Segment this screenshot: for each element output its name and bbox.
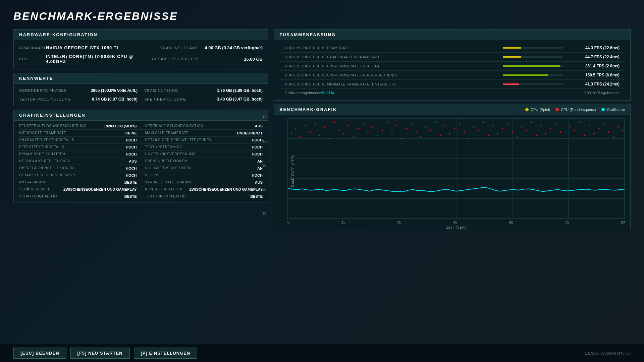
f5-button[interactable]: [F5] NEU STARTEN xyxy=(70,348,130,359)
svg-point-52 xyxy=(483,121,484,123)
rendered-frames-label: GERENDERTE FRAMES xyxy=(19,88,67,93)
svg-point-26 xyxy=(358,128,359,129)
svg-point-58 xyxy=(512,131,513,133)
svg-point-31 xyxy=(382,130,383,131)
svg-point-17 xyxy=(314,123,316,124)
zf-row-3: DURCHSCHNITTLICHE CPU-FRAMERATE (RENDERS… xyxy=(279,71,625,80)
esc-button[interactable]: [ESC] BEENDEN xyxy=(13,348,66,359)
legend-grafikkarte: Grafikkarte xyxy=(601,108,625,112)
svg-point-62 xyxy=(531,121,532,123)
svg-point-73 xyxy=(584,135,585,136)
chart-section: BENCHMARK-GRAFIK CPU (Spiel) CPU (Render… xyxy=(274,104,631,229)
svg-point-32 xyxy=(387,121,388,123)
svg-point-68 xyxy=(560,131,561,133)
svg-point-72 xyxy=(579,121,580,123)
svg-point-54 xyxy=(492,125,494,126)
memory-usage-label: SPEICHERNUTZUNG xyxy=(144,97,186,101)
svg-point-75 xyxy=(593,133,595,134)
svg-point-35 xyxy=(401,138,402,139)
chart-y-label: FRAMERATE (FPS) xyxy=(291,155,295,190)
cpu-row: CPU INTEL(R) CORE(TM) I7-8086K CPU @ 4.0… xyxy=(19,52,263,66)
memory-usage-item: SPEICHERNUTZUNG 3.43 GB (3.47 GB, hoch) xyxy=(144,96,263,103)
svg-point-13 xyxy=(295,128,297,129)
svg-point-57 xyxy=(507,123,508,124)
hardware-section-title: HARDWARE-KONFIGURATION xyxy=(14,29,268,40)
rendered-frames-value: 3955 (100.0% Volle Aufl.) xyxy=(91,88,138,93)
texture-pool-value: 0.74 GB (0.87 GB, hoch) xyxy=(92,97,138,102)
version-info: 1.0.93.0 (8776644) [445.87] xyxy=(585,351,631,355)
chart-title: BENCHMARK-GRAFIK xyxy=(279,107,337,112)
chart-legend: CPU (Spiel) CPU (Rendersquenz) Grafikkar… xyxy=(525,108,625,112)
svg-point-42 xyxy=(435,121,436,123)
grafik-row-1: NIEDRIGSTE FRAMERATEKEINEMAXIMALE FRAMER… xyxy=(19,130,263,137)
grafik-row-2: CHARAKTER-TEXTURDETAILSHOCHDETAILS DER S… xyxy=(19,137,263,144)
svg-point-76 xyxy=(598,128,600,129)
grafik-section: GRAFIKEINSTELLUNGEN FENSTERAUFLÖSUNGSSKA… xyxy=(13,110,268,202)
zf-row-2: DURCHSCHNITTLICHE CPU-FRAMERATE (SPIELER… xyxy=(279,62,625,71)
svg-point-16 xyxy=(310,131,311,133)
vram-usage-item: VRAM-NUTZUNG 1.76 GB (1.89 GB, hoch) xyxy=(144,87,263,94)
svg-point-79 xyxy=(613,136,614,138)
grafik-row-3: EFFEKTTEXTURDETAILSHOCHTEXTURSTREAMINGHO… xyxy=(19,144,263,151)
svg-point-63 xyxy=(536,135,537,136)
svg-point-27 xyxy=(363,123,364,124)
zf-row-1: DURCHSCHNITTLICHE GRAFIKKARTEN-FRAMERATE… xyxy=(279,53,625,62)
kennwerte-title: KENNWERTE xyxy=(14,73,268,84)
svg-point-12 xyxy=(291,133,292,134)
right-panel: ZUSAMMENFASSUNG DURCHSCHNITTLICHE FRAMER… xyxy=(274,29,631,229)
zusammenfassung-section: ZUSAMMENFASSUNG DURCHSCHNITTLICHE FRAMER… xyxy=(274,29,631,101)
svg-point-66 xyxy=(550,128,551,129)
svg-point-74 xyxy=(589,125,590,126)
svg-point-39 xyxy=(420,136,422,138)
svg-point-59 xyxy=(517,136,518,138)
gpu-row: GRAFIKKARTE NVIDIA GEFORCE GTX 1050 TI V… xyxy=(19,44,263,52)
svg-point-65 xyxy=(545,133,547,134)
svg-point-19 xyxy=(324,126,325,128)
svg-point-81 xyxy=(622,130,624,131)
texture-pool-label: TEXTUR-POOL-NUTZUNG xyxy=(19,97,71,101)
chart-x-label: ZEIT (SEK) xyxy=(287,226,625,229)
svg-point-55 xyxy=(497,133,498,134)
svg-point-46 xyxy=(454,128,455,129)
texture-pool-item: TEXTUR-POOL-NUTZUNG 0.74 GB (0.87 GB, ho… xyxy=(19,96,138,103)
svg-point-48 xyxy=(464,131,465,133)
svg-point-34 xyxy=(396,125,397,126)
svg-point-22 xyxy=(338,130,340,131)
svg-point-53 xyxy=(488,135,489,136)
p-button[interactable]: [P] EINSTELLUNGEN xyxy=(134,348,198,359)
legend-cpu-render: CPU (Rendersquenz) xyxy=(555,108,596,112)
svg-point-30 xyxy=(377,135,378,136)
vram-usage-value: 1.76 GB (1.89 GB, hoch) xyxy=(217,88,263,93)
svg-point-20 xyxy=(329,138,330,139)
svg-point-56 xyxy=(502,128,503,129)
grafik-row-4: DYNAMISCHE SCHATTENHOCHUMGEBUNGSVERDECKU… xyxy=(19,151,263,158)
gpu-label: GRAFIKKARTE xyxy=(19,46,46,50)
svg-point-69 xyxy=(565,138,566,139)
svg-point-40 xyxy=(425,126,426,128)
svg-point-77 xyxy=(603,123,604,124)
svg-point-38 xyxy=(416,131,417,133)
grafik-row-7: DETAILSTUFE DER SPIELWELTHOCHBLOOMHOCH xyxy=(19,172,263,179)
page-title: BENCHMARK-ERGEBNISSE xyxy=(13,10,631,22)
kennwerte-section: KENNWERTE GERENDERTE FRAMES 3955 (100.0%… xyxy=(13,73,268,106)
ram-label: GESAMTER SPEICHER xyxy=(145,57,198,61)
rendered-frames-item: GERENDERTE FRAMES 3955 (100.0% Volle Auf… xyxy=(19,87,138,94)
bound-row: Grafikkartengebunden99.97%0.03%CPU-gebun… xyxy=(279,89,625,97)
svg-point-23 xyxy=(343,133,344,134)
svg-point-67 xyxy=(555,123,556,124)
grafik-section-title: GRAFIKEINSTELLUNGEN xyxy=(14,110,268,121)
svg-point-29 xyxy=(372,126,373,128)
zf-row-4: DURCHSCHNITTLICHE MINIMALE FRAMERATE (UN… xyxy=(279,80,625,89)
grafik-row-6: OBERFLÄCHENREFLEXIONENHOCHVOLUMETRISCHER… xyxy=(19,165,263,172)
grafik-row-5: HOCHGLANZ-REFLEXIONENAUSEBENENREFLEXIONE… xyxy=(19,158,263,165)
svg-point-18 xyxy=(319,135,321,136)
grafik-row-10: SCHATTENQUALITÄTBESTETEXTURKOMPLEXITÄTBE… xyxy=(19,193,263,200)
svg-point-71 xyxy=(574,130,576,131)
grafik-row-8: ANTI-ALIASINGBESTEVARIABLE RATE SHADINGA… xyxy=(19,179,263,186)
svg-point-43 xyxy=(439,135,441,136)
vram-usage-label: VRAM-NUTZUNG xyxy=(144,88,178,93)
svg-point-14 xyxy=(300,136,301,138)
svg-point-21 xyxy=(334,121,335,123)
svg-point-80 xyxy=(618,126,619,128)
svg-point-51 xyxy=(478,130,479,131)
